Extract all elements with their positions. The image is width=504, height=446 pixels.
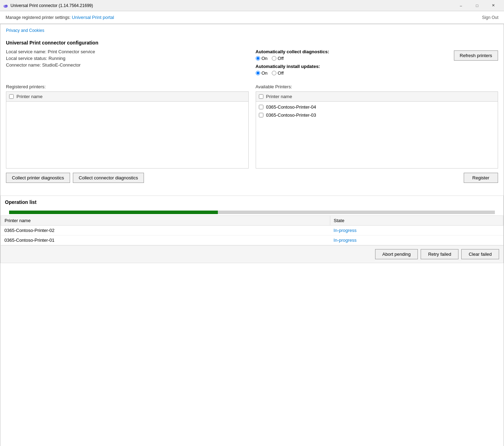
action-left-buttons: Collect printer diagnostics Collect conn… <box>6 173 144 183</box>
action-row: Collect printer diagnostics Collect conn… <box>6 173 498 183</box>
auto-diagnostics-on-option[interactable]: On <box>256 56 268 61</box>
main-window: Privacy and Cookies Universal Print conn… <box>0 24 504 446</box>
collect-printer-diag-button[interactable]: Collect printer diagnostics <box>6 173 70 183</box>
available-printers-table: Printer name 0365-Contoso-Printer-040365… <box>256 91 498 169</box>
registered-printers-header: Printer name <box>6 92 248 102</box>
connector-name-line: Connector name: StudioE-Connector <box>6 62 249 68</box>
printer-checkbox[interactable] <box>259 113 263 117</box>
config-right: Automatically collect diagnostics: On Of… <box>256 49 498 78</box>
available-printers-header: Printer name <box>256 92 498 102</box>
close-button[interactable]: ✕ <box>485 0 501 11</box>
config-section: Local service name: Print Connector serv… <box>6 49 498 78</box>
available-printers-label: Available Printers: <box>256 84 498 89</box>
manage-text-row: Manage registered printer settings: Univ… <box>6 15 114 20</box>
privacy-cookies-link[interactable]: Privacy and Cookies <box>6 28 44 33</box>
bottom-bar: Abort pending Retry failed Clear failed <box>1 245 503 263</box>
registered-printers-column-header: Printer name <box>16 94 42 99</box>
retry-failed-button[interactable]: Retry failed <box>421 249 458 259</box>
auto-updates-radio-group: On Off <box>256 70 329 76</box>
operation-col-printer-name: Printer name <box>1 216 330 226</box>
auto-diagnostics-radio-group: On Off <box>256 56 329 61</box>
registered-printers-panel: Registered printers: Printer name <box>6 84 249 169</box>
available-printers-body: 0365-Contoso-Printer-040365-Contoso-Prin… <box>256 102 498 121</box>
minimize-button[interactable]: – <box>453 0 469 11</box>
top-strip: Manage registered printer settings: Univ… <box>0 11 504 24</box>
manage-text: Manage registered printer settings: <box>6 15 70 20</box>
available-printers-panel: Available Printers: Printer name 0365-Co… <box>256 84 498 169</box>
inner-content: Privacy and Cookies Universal Print conn… <box>0 24 504 195</box>
auto-updates-off-option[interactable]: Off <box>272 70 284 76</box>
operation-table-body: 0365-Contoso-Printer-02In-progress0365-C… <box>1 226 503 245</box>
register-button[interactable]: Register <box>464 173 498 183</box>
config-section-title: Universal Print connector configuration <box>6 40 498 46</box>
auto-diagnostics-off-radio[interactable] <box>272 56 276 61</box>
auto-diagnostics-on-radio[interactable] <box>256 56 260 61</box>
clear-failed-button[interactable]: Clear failed <box>461 249 499 259</box>
available-printers-column-header: Printer name <box>266 94 292 99</box>
auto-diagnostics-label: Automatically collect diagnostics: <box>256 49 329 54</box>
title-bar: Universal Print connector (1.14.7564.216… <box>0 0 504 11</box>
registered-printers-select-all[interactable] <box>9 94 14 99</box>
app-icon <box>3 3 8 8</box>
abort-pending-button[interactable]: Abort pending <box>375 249 418 259</box>
title-bar-controls: – □ ✕ <box>453 0 501 11</box>
auto-diagnostics-group: Automatically collect diagnostics: On Of… <box>256 49 329 78</box>
config-left: Local service name: Print Connector serv… <box>6 49 249 78</box>
table-row: 0365-Contoso-Printer-01In-progress <box>1 235 503 245</box>
collect-connector-diag-button[interactable]: Collect connector diagnostics <box>73 173 144 183</box>
printer-row[interactable]: 0365-Contoso-Printer-04 <box>256 103 498 111</box>
progress-bar-fill <box>9 211 218 214</box>
auto-updates-off-radio[interactable] <box>272 71 276 75</box>
universal-print-portal-link[interactable]: Universal Print portal <box>72 15 114 20</box>
printer-checkbox[interactable] <box>259 105 263 109</box>
table-row: 0365-Contoso-Printer-02In-progress <box>1 226 503 235</box>
maximize-button[interactable]: □ <box>469 0 485 11</box>
operation-table: Printer name State 0365-Contoso-Printer-… <box>1 215 503 245</box>
auto-updates-on-radio[interactable] <box>256 71 260 75</box>
registered-printers-label: Registered printers: <box>6 84 249 89</box>
registered-printers-body <box>6 102 248 104</box>
operation-list-title: Operation list <box>1 196 503 208</box>
operation-section: Operation list Printer name State 0365-C… <box>0 195 504 263</box>
auto-updates-label: Automatically install updates: <box>256 64 329 69</box>
printers-section: Registered printers: Printer name Availa… <box>6 84 498 169</box>
svg-point-2 <box>5 5 8 6</box>
progress-bar-container <box>9 211 495 214</box>
sign-out-button[interactable]: Sign Out <box>482 15 498 20</box>
auto-diagnostics-off-option[interactable]: Off <box>272 56 284 61</box>
local-service-status-line: Local service status: Running <box>6 56 249 61</box>
refresh-printers-button[interactable]: Refresh printers <box>454 50 498 61</box>
available-printers-select-all[interactable] <box>259 94 263 99</box>
progress-row <box>1 208 503 215</box>
registered-printers-table: Printer name <box>6 91 249 169</box>
auto-updates-on-option[interactable]: On <box>256 70 268 76</box>
printer-row[interactable]: 0365-Contoso-Printer-03 <box>256 111 498 119</box>
operation-col-state: State <box>330 216 503 226</box>
local-service-name-line: Local service name: Print Connector serv… <box>6 49 249 54</box>
title-bar-text: Universal Print connector (1.14.7564.216… <box>11 3 453 8</box>
